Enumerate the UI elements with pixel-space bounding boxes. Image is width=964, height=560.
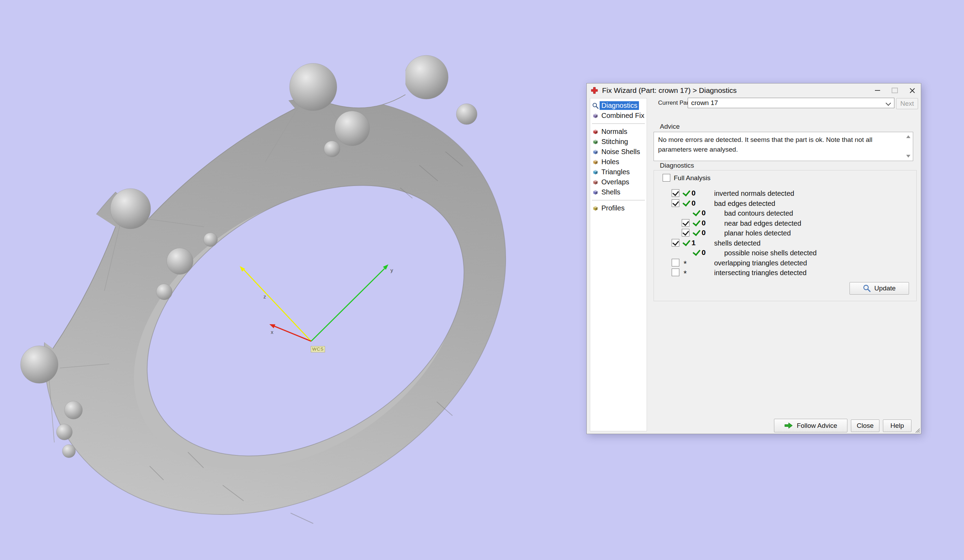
diagnostic-row: *overlapping triangles detected <box>654 258 916 268</box>
sidebar-item-label: Shells <box>599 188 622 196</box>
diagnostic-label: shells detected <box>714 239 760 247</box>
diagnostic-count: 0 <box>702 209 706 217</box>
diagnostic-row: 0bad edges detected <box>654 198 916 208</box>
asterisk-mark: * <box>684 260 687 268</box>
sidebar-item-combined-fix[interactable]: Combined Fix <box>590 110 646 121</box>
diagnostics-groupbox: Full Analysis 0inverted normals detected… <box>654 170 917 301</box>
magnifier-icon <box>592 102 599 109</box>
follow-advice-button[interactable]: Follow Advice <box>774 419 847 432</box>
diagnostic-row: 0planar holes detected <box>654 228 916 238</box>
advice-heading: Advice <box>660 123 680 130</box>
fix-wizard-dialog: Fix Wizard (Part: crown 17) > Diagnostic… <box>586 83 921 434</box>
current-part-value: crown 17 <box>688 99 718 107</box>
sidebar-item-triangles[interactable]: Triangles <box>590 167 646 177</box>
resize-grip[interactable] <box>914 427 920 433</box>
sidebar-item-stitching[interactable]: Stitching <box>590 137 646 147</box>
fix-wizard-cross-icon <box>590 86 599 95</box>
diagnostic-count: 0 <box>702 219 706 227</box>
sidebar-item-label: Triangles <box>599 168 632 176</box>
diagnostic-row: 0bad contours detected <box>654 208 916 218</box>
sidebar-item-label: Diagnostics <box>599 101 639 110</box>
diagnostic-label: planar holes detected <box>724 229 791 237</box>
close-dialog-button[interactable]: Close <box>851 419 879 432</box>
axis-y-label: y <box>391 267 393 273</box>
advice-text: No more errors are detected. It seems th… <box>658 135 901 154</box>
diagnostic-label: inverted normals detected <box>714 190 794 198</box>
dialog-titlebar[interactable]: Fix Wizard (Part: crown 17) > Diagnostic… <box>587 83 921 97</box>
chevron-down-icon <box>886 101 891 106</box>
diagnostic-label: near bad edges detected <box>724 219 801 227</box>
diagnostic-label: overlapping triangles detected <box>714 259 807 267</box>
current-part-label: Current Part: <box>658 99 692 106</box>
diagnostic-count: 0 <box>702 229 706 237</box>
advice-box: No more errors are detected. It seems th… <box>654 132 913 161</box>
dialog-title: Fix Wizard (Part: crown 17) > Diagnostic… <box>602 86 737 95</box>
axis-x-label: x <box>271 329 274 335</box>
sidebar-item-label: Stitching <box>599 137 630 146</box>
current-part-select[interactable]: crown 17 <box>688 98 894 108</box>
help-button[interactable]: Help <box>883 419 912 432</box>
sidebar-item-shells[interactable]: Shells <box>590 187 646 197</box>
diagnostic-label: bad contours detected <box>724 209 793 218</box>
diagnostic-row: 0possible noise shells detected <box>654 248 916 258</box>
full-analysis-label: Full Analysis <box>674 174 711 182</box>
cube-icon <box>592 189 599 196</box>
sidebar-item-profiles[interactable]: Profiles <box>590 203 646 213</box>
diagnostic-row: 1shells detected <box>654 238 916 248</box>
sidebar-separator <box>592 123 645 124</box>
green-check-icon <box>692 248 701 257</box>
cube-icon <box>592 138 599 145</box>
diagnostic-row-checkbox[interactable] <box>682 219 689 227</box>
maximize-icon <box>892 88 898 93</box>
diagnostic-count: 0 <box>692 199 696 207</box>
green-check-icon <box>682 238 691 247</box>
axis-z-label: z <box>264 294 266 299</box>
minimize-button[interactable] <box>869 83 886 97</box>
cube-icon <box>592 205 599 212</box>
green-check-icon <box>692 228 701 237</box>
sidebar-item-diagnostics[interactable]: Diagnostics <box>590 101 646 110</box>
sidebar-item-normals[interactable]: Normals <box>590 127 646 137</box>
diagnostic-label: bad edges detected <box>714 200 775 208</box>
sidebar-item-label: Combined Fix <box>599 111 646 120</box>
diagnostic-row-checkbox[interactable] <box>672 189 679 197</box>
diagnostics-rows: 0inverted normals detected0bad edges det… <box>654 188 916 278</box>
diagnostic-row: 0near bad edges detected <box>654 218 916 228</box>
diagnostic-row-checkbox[interactable] <box>682 229 689 237</box>
sidebar-item-label: Holes <box>599 157 621 166</box>
full-analysis-checkbox[interactable] <box>663 174 670 182</box>
sidebar-item-label: Overlaps <box>599 178 631 187</box>
diagnostics-heading: Diagnostics <box>660 162 694 169</box>
cube-icon <box>592 159 599 166</box>
diagnostic-row-checkbox[interactable] <box>672 239 679 247</box>
diagnostic-row-checkbox[interactable] <box>672 259 679 266</box>
update-button[interactable]: Update <box>850 282 909 295</box>
cube-icon <box>592 149 599 156</box>
green-check-icon <box>682 188 691 197</box>
advice-scroll-up-icon[interactable] <box>906 135 910 138</box>
sidebar-item-label: Normals <box>599 127 629 136</box>
green-check-icon <box>692 208 701 217</box>
sidebar-groups: Diagnostics Combined Fix Normals Stitchi… <box>590 101 646 213</box>
sidebar-item-holes[interactable]: Holes <box>590 157 646 167</box>
minimize-icon <box>875 90 880 91</box>
sidebar-item-overlaps[interactable]: Overlaps <box>590 177 646 187</box>
cube-icon <box>592 179 599 186</box>
cube-icon <box>592 128 599 135</box>
maximize-button[interactable] <box>886 83 904 97</box>
close-icon <box>909 88 915 94</box>
application-window: z y x WCS Fix Wizard (Part: crown 17) > … <box>0 0 964 560</box>
close-button[interactable] <box>904 83 921 97</box>
cube-icon <box>592 112 599 119</box>
follow-advice-label: Follow Advice <box>796 422 837 430</box>
green-arrow-icon <box>784 422 793 429</box>
sidebar-item-label: Profiles <box>599 204 627 213</box>
diagnostic-label: intersecting triangles detected <box>714 269 807 277</box>
diagnostic-row-checkbox[interactable] <box>672 268 679 276</box>
advice-scroll-down-icon[interactable] <box>906 155 910 157</box>
diagnostic-row-checkbox[interactable] <box>672 199 679 207</box>
sidebar-item-noise-shells[interactable]: Noise Shells <box>590 147 646 157</box>
diagnostic-count: 1 <box>692 239 696 247</box>
next-button[interactable]: Next <box>896 98 918 109</box>
sidebar-separator <box>592 200 645 200</box>
